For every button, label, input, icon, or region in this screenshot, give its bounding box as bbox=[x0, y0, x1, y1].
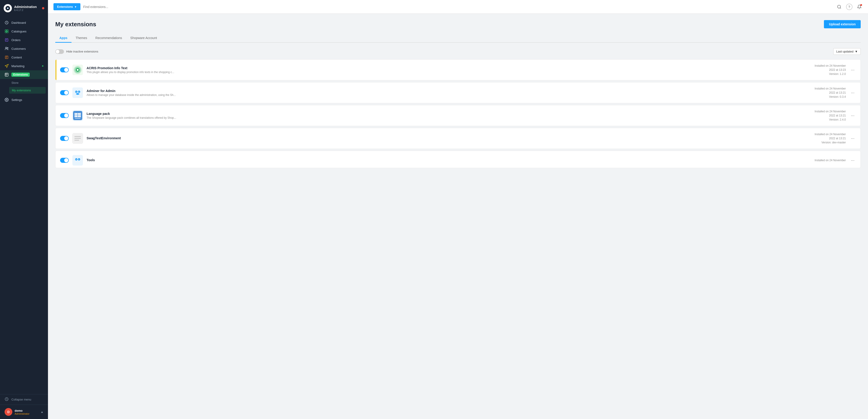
svg-rect-28 bbox=[75, 118, 81, 119]
customers-icon bbox=[5, 46, 9, 51]
svg-point-9 bbox=[7, 47, 8, 49]
ext-name-tools: Tools bbox=[87, 158, 792, 162]
svg-point-23 bbox=[79, 91, 80, 92]
ext-meta-adminer: Installed on 24 November 2022 at 13:21 V… bbox=[796, 87, 846, 99]
brand-info: Administration 6.4.17.2 bbox=[14, 5, 40, 11]
ext-toggle-adminer[interactable] bbox=[60, 90, 69, 95]
svg-point-16 bbox=[77, 69, 79, 71]
ext-icon-adminer bbox=[72, 88, 83, 98]
notification-dot bbox=[42, 7, 44, 9]
notifications-icon[interactable] bbox=[856, 4, 863, 10]
svg-point-22 bbox=[76, 91, 77, 92]
ext-version-swag: Version: dev-master bbox=[796, 140, 846, 144]
search-input[interactable] bbox=[83, 5, 833, 9]
tab-recommendations[interactable]: Recommendations bbox=[91, 34, 126, 43]
collapse-menu[interactable]: Collapse menu bbox=[0, 394, 48, 405]
sidebar-item-orders[interactable]: Orders bbox=[0, 36, 48, 44]
page-header: My extensions Upload extension bbox=[55, 20, 861, 28]
user-name: demo bbox=[14, 409, 38, 412]
ext-toggle-tools[interactable] bbox=[60, 158, 69, 163]
dashboard-icon bbox=[5, 21, 9, 25]
ext-more-adminer[interactable]: ⋯ bbox=[849, 91, 856, 95]
page-title: My extensions bbox=[55, 21, 96, 28]
tab-themes[interactable]: Themes bbox=[71, 34, 91, 43]
extensions-btn-chevron-icon: ▼ bbox=[74, 5, 77, 8]
extension-item-adminer: Adminer for Admin Allows to manage your … bbox=[55, 82, 861, 103]
collapse-icon bbox=[5, 397, 9, 402]
sidebar-item-my-extensions[interactable]: My extensions bbox=[9, 87, 46, 94]
marketing-icon bbox=[5, 64, 9, 68]
ext-desc-acris: This plugin allows you to display promot… bbox=[87, 70, 792, 74]
brand-title: Administration bbox=[14, 5, 40, 9]
topbar: Extensions ▼ ? bbox=[48, 0, 868, 14]
ext-desc-adminer: Allows to manage your database inside th… bbox=[87, 93, 792, 97]
ext-toggle-knob bbox=[64, 91, 68, 95]
sidebar-item-extensions[interactable]: Extensions bbox=[0, 70, 48, 79]
ext-toggle-acris[interactable] bbox=[60, 67, 69, 72]
upload-extension-button[interactable]: Upload extension bbox=[824, 20, 861, 28]
user-avatar: D bbox=[5, 408, 12, 416]
svg-rect-32 bbox=[74, 140, 79, 141]
ext-info-acris: ACRIS Promotion Info Text This plugin al… bbox=[87, 66, 792, 74]
tab-apps[interactable]: Apps bbox=[55, 34, 71, 43]
main-content: Extensions ▼ ? My extensions Upload exte… bbox=[48, 0, 868, 419]
sidebar-item-marketing[interactable]: Marketing bbox=[0, 62, 48, 70]
sidebar-item-catalogues[interactable]: Catalogues bbox=[0, 27, 48, 36]
ext-more-language[interactable]: ⋯ bbox=[849, 114, 856, 118]
svg-rect-33 bbox=[73, 156, 82, 165]
search-icon[interactable] bbox=[836, 4, 842, 10]
content-icon bbox=[5, 55, 9, 59]
hide-inactive-label: Hide inactive extensions bbox=[66, 50, 98, 53]
svg-point-1 bbox=[7, 7, 8, 9]
orders-icon bbox=[5, 38, 9, 42]
ext-more-swag[interactable]: ⋯ bbox=[849, 136, 856, 141]
extensions-icon bbox=[5, 73, 9, 77]
ext-toggle-knob bbox=[64, 136, 68, 140]
svg-point-39 bbox=[79, 159, 80, 159]
svg-point-13 bbox=[838, 5, 841, 8]
svg-rect-5 bbox=[5, 32, 6, 33]
sidebar-nav: Dashboard Catalogues Orders bbox=[0, 17, 48, 394]
tab-shopware-account[interactable]: Shopware Account bbox=[126, 34, 161, 43]
sort-dropdown[interactable]: Last updated ▼ bbox=[833, 48, 861, 55]
sidebar-item-customers[interactable]: Customers bbox=[0, 44, 48, 53]
sort-label: Last updated bbox=[836, 50, 854, 53]
extensions-dropdown-btn[interactable]: Extensions ▼ bbox=[54, 3, 81, 10]
app-logo bbox=[4, 4, 12, 12]
ext-installed-language: Installed on 24 November bbox=[796, 109, 846, 114]
orders-label: Orders bbox=[11, 38, 21, 42]
ext-version-language: Version: 2.4.0 bbox=[796, 118, 846, 122]
hide-inactive-toggle[interactable] bbox=[55, 49, 64, 54]
hide-inactive-wrapper: Hide inactive extensions bbox=[55, 49, 98, 54]
sidebar-item-store[interactable]: Store bbox=[0, 79, 48, 87]
ext-toggle-swag[interactable] bbox=[60, 136, 69, 141]
catalogues-label: Catalogues bbox=[11, 30, 27, 33]
ext-version-adminer: Version: 0.3.4 bbox=[796, 95, 846, 99]
svg-rect-6 bbox=[7, 32, 8, 33]
ext-icon-swag bbox=[72, 133, 83, 143]
ext-name-swag: SwagTestEnvironment bbox=[87, 136, 792, 140]
sidebar-item-content[interactable]: Content bbox=[0, 53, 48, 62]
sidebar-item-dashboard[interactable]: Dashboard bbox=[0, 18, 48, 27]
settings-label: Settings bbox=[11, 98, 22, 102]
ext-installed-date-adminer: 2022 at 13:21 bbox=[796, 91, 846, 95]
ext-more-acris[interactable]: ⋯ bbox=[849, 68, 856, 72]
user-profile[interactable]: D demo Administrator ▲ bbox=[0, 405, 48, 419]
ext-toggle-language[interactable] bbox=[60, 113, 69, 118]
svg-point-11 bbox=[6, 99, 7, 100]
help-icon[interactable]: ? bbox=[846, 4, 852, 10]
ext-version-acris: Version: 1.2.0 bbox=[796, 72, 846, 76]
filter-row: Hide inactive extensions Last updated ▼ bbox=[55, 48, 861, 55]
sidebar-header: Administration 6.4.17.2 bbox=[0, 0, 48, 17]
ext-meta-swag: Installed on 24 November 2022 at 13:21 V… bbox=[796, 132, 846, 144]
page-content: My extensions Upload extension Apps Them… bbox=[48, 14, 868, 419]
sidebar-item-settings[interactable]: Settings bbox=[0, 95, 48, 104]
store-label: Store bbox=[11, 81, 19, 85]
ext-more-tools[interactable]: ⋯ bbox=[849, 158, 856, 163]
marketing-dot bbox=[42, 65, 43, 67]
sort-chevron-icon: ▼ bbox=[855, 50, 858, 53]
my-extensions-label: My extensions bbox=[12, 89, 31, 92]
user-chevron-icon: ▲ bbox=[41, 410, 43, 414]
svg-rect-31 bbox=[74, 138, 81, 139]
ext-toggle-knob bbox=[64, 114, 68, 118]
